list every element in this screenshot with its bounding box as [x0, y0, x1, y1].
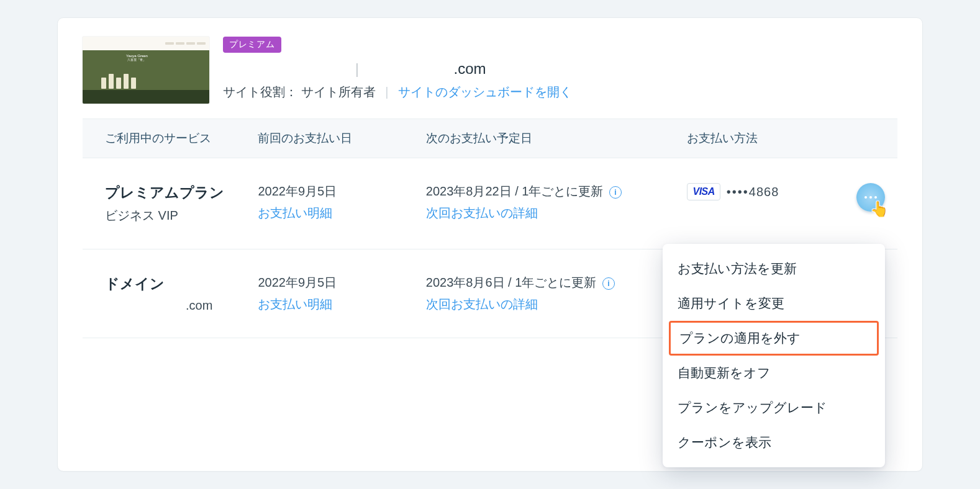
last-payment-date: 2022年9月5日 — [258, 274, 411, 291]
cursor-icon: 👆 — [870, 200, 889, 218]
menu-upgrade-plan[interactable]: プランをアップグレード — [663, 390, 885, 425]
next-payment-text: 2023年8月22日 / 1年ごとに更新 i — [426, 183, 673, 200]
site-header: Yaoya Green八百屋「青」 プレミアム | .com サイト役割： サイ… — [58, 18, 922, 119]
role-label: サイト役割： — [223, 85, 297, 99]
card-last4: ••••4868 — [727, 185, 779, 199]
role-row: サイト役割： サイト所有者 | サイトのダッシュボードを開く — [223, 84, 572, 101]
payment-details-link[interactable]: お支払い明細 — [258, 296, 411, 313]
col-service: ご利用中のサービス — [83, 119, 250, 158]
actions-dropdown: お支払い方法を更新 適用サイトを変更 プランの適用を外す 自動更新をオフ プラン… — [663, 244, 885, 467]
table-header-row: ご利用中のサービス 前回のお支払い日 次のお支払い予定日 お支払い方法 — [83, 119, 897, 158]
card-brand-icon: VISA — [687, 183, 720, 200]
site-meta: プレミアム | .com サイト役割： サイト所有者 | サイトのダッシュボード… — [223, 37, 572, 101]
col-pay-method: お支払い方法 — [679, 119, 847, 158]
premium-badge: プレミアム — [223, 37, 281, 53]
menu-change-site[interactable]: 適用サイトを変更 — [663, 286, 885, 321]
menu-remove-plan[interactable]: プランの適用を外す — [669, 321, 879, 356]
service-subtitle: ビジネス VIP — [105, 207, 243, 224]
next-payment-text: 2023年8月6日 / 1年ごとに更新 i — [426, 274, 673, 291]
service-title: ドメイン — [105, 274, 243, 294]
more-actions-button[interactable]: 👆 — [856, 183, 885, 212]
menu-show-coupon[interactable]: クーポンを表示 — [663, 425, 885, 460]
service-subtitle: .com — [105, 298, 243, 313]
table-row: プレミアムプラン ビジネス VIP 2022年9月5日 お支払い明細 2023年… — [83, 158, 897, 249]
last-payment-date: 2022年9月5日 — [258, 183, 411, 200]
next-payment-link[interactable]: 次回お支払いの詳細 — [426, 205, 673, 222]
site-title-row: | .com — [223, 60, 572, 78]
site-thumbnail[interactable]: Yaoya Green八百屋「青」 — [83, 37, 209, 104]
menu-update-payment[interactable]: お支払い方法を更新 — [663, 251, 885, 286]
role-value: サイト所有者 — [301, 85, 376, 99]
open-dashboard-link[interactable]: サイトのダッシュボードを開く — [398, 85, 572, 99]
menu-auto-renew-off[interactable]: 自動更新をオフ — [663, 356, 885, 390]
next-payment-link[interactable]: 次回お支払いの詳細 — [426, 296, 673, 313]
info-icon[interactable]: i — [602, 277, 615, 290]
col-last-payment: 前回のお支払い日 — [250, 119, 418, 158]
info-icon[interactable]: i — [609, 186, 622, 199]
subscription-card: Yaoya Green八百屋「青」 プレミアム | .com サイト役割： サイ… — [57, 17, 923, 472]
payment-method: VISA ••••4868 — [687, 183, 840, 200]
service-title: プレミアムプラン — [105, 183, 243, 202]
payment-details-link[interactable]: お支払い明細 — [258, 205, 411, 222]
col-next-payment: 次のお支払い予定日 — [419, 119, 680, 158]
